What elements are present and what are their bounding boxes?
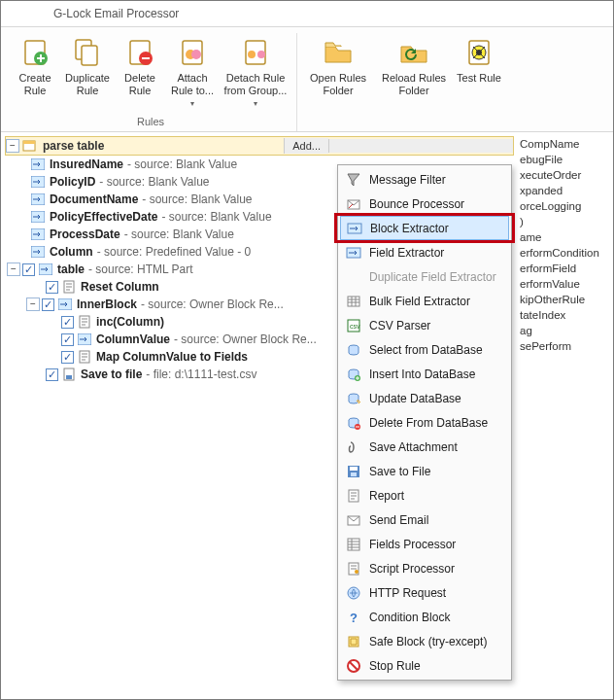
menu-item-save-attachment[interactable]: Save Attachment [340, 435, 509, 459]
menu-item-http-request[interactable]: HTTP Request [340, 580, 509, 605]
folder-reload-icon [398, 37, 429, 68]
property-row[interactable]: CompName [520, 136, 611, 152]
save-file-icon [61, 368, 77, 381]
menu-item-icon [344, 560, 363, 578]
test-rule-button[interactable]: Test Rule [453, 33, 505, 101]
property-row[interactable]: sePerform [520, 338, 611, 354]
dropdown-caret-icon: ▾ [254, 97, 257, 110]
menu-item-block-extractor[interactable]: Block Extractor [340, 216, 509, 240]
svg-text:csv: csv [350, 323, 360, 330]
menu-item-message-filter[interactable]: Message Filter [340, 167, 509, 192]
reload-rules-folder-button[interactable]: Reload Rules Folder [375, 33, 453, 101]
checkbox-icon[interactable]: ✓ [46, 368, 58, 381]
menu-item-send-email[interactable]: Send Email [340, 508, 509, 532]
menu-item-label: CSV Parser [369, 319, 430, 332]
property-row[interactable]: ebugFile [520, 152, 611, 167]
menu-item-label: Bounce Processor [369, 197, 464, 211]
menu-item-bulk-field-extractor[interactable]: Bulk Field Extractor [340, 289, 509, 313]
collapse-icon[interactable]: − [6, 139, 19, 153]
property-row[interactable]: xecuteOrder [520, 167, 611, 183]
checkbox-icon[interactable]: ✓ [61, 351, 74, 364]
menu-item-label: Condition Block [369, 611, 450, 624]
menu-item-csv-parser[interactable]: csvCSV Parser [340, 313, 509, 337]
menu-item-safe-block-try-except-[interactable]: Safe Block (try-except) [340, 629, 509, 653]
menu-item-label: Fields Processor [369, 538, 456, 551]
menu-item-label: Save to File [369, 465, 430, 478]
tree-root-row[interactable]: − parse table Add... [5, 136, 514, 156]
checkbox-icon[interactable]: ✓ [61, 333, 74, 346]
ribbon-toolbar: Create Rule Duplicate Rule Delete Rule A… [1, 26, 613, 132]
menu-item-label: Stop Rule [369, 659, 421, 673]
menu-item-icon [344, 463, 363, 480]
svg-rect-16 [23, 141, 35, 144]
property-row[interactable]: erformValue [520, 276, 611, 292]
add-node-button[interactable]: Add... [284, 138, 328, 154]
menu-item-delete-from-database[interactable]: Delete From DataBase [340, 410, 509, 435]
menu-item-icon [344, 195, 363, 213]
checkbox-icon[interactable]: ✓ [42, 298, 54, 311]
ribbon-group-folder: Open Rules Folder Reload Rules Folder Te… [297, 33, 509, 131]
collapse-icon[interactable]: − [7, 262, 20, 276]
toolbar-trail [328, 139, 513, 153]
menu-item-label: Message Filter [369, 173, 446, 187]
menu-item-icon [344, 438, 363, 456]
script-icon [61, 280, 77, 294]
menu-item-bounce-processor[interactable]: Bounce Processor [340, 192, 509, 216]
menu-item-icon [344, 584, 363, 602]
ribbon-group-rules: Create Rule Duplicate Rule Delete Rule A… [5, 33, 297, 131]
checkbox-icon[interactable]: ✓ [61, 316, 74, 329]
menu-item-label: Save Attachment [369, 440, 458, 454]
menu-item-insert-into-database[interactable]: Insert Into DataBase [340, 362, 509, 386]
menu-item-save-to-file[interactable]: Save to File [340, 459, 509, 483]
menu-item-stop-rule[interactable]: Stop Rule [340, 653, 509, 678]
attach-rule-icon [177, 37, 208, 68]
collapse-icon[interactable]: − [26, 298, 40, 311]
delete-rule-button[interactable]: Delete Rule [114, 33, 166, 114]
svg-point-11 [257, 51, 265, 58]
root-name: parse table [41, 139, 284, 153]
menu-item-update-database[interactable]: Update DataBase [340, 386, 509, 410]
menu-item-condition-block[interactable]: ?Condition Block [340, 605, 509, 629]
menu-item-label: Field Extractor [369, 246, 444, 260]
open-rules-folder-button[interactable]: Open Rules Folder [301, 33, 375, 101]
rule-root-icon [21, 139, 37, 153]
field-extractor-icon [30, 175, 46, 189]
property-row[interactable]: xpanded [520, 183, 611, 198]
checkbox-icon[interactable]: ✓ [22, 263, 35, 276]
dropdown-caret-icon: ▾ [190, 97, 194, 110]
menu-item-icon [344, 244, 363, 262]
attach-rule-button[interactable]: Attach Rule to... ▾ [166, 33, 219, 114]
menu-item-select-from-database[interactable]: Select from DataBase [340, 337, 509, 362]
property-row[interactable]: ag [520, 323, 611, 338]
field-extractor-icon [30, 210, 46, 224]
property-row[interactable]: erformCondition [520, 245, 611, 261]
duplicate-rule-button[interactable]: Duplicate Rule [61, 33, 114, 114]
property-row[interactable]: tateIndex [520, 307, 611, 323]
menu-item-fields-processor[interactable]: Fields Processor [340, 532, 509, 556]
property-row[interactable]: ) [520, 214, 611, 229]
detach-rule-button[interactable]: Detach Rule from Group... ▾ [219, 33, 292, 114]
svg-rect-3 [82, 46, 97, 65]
menu-item-icon [344, 390, 363, 407]
property-row[interactable]: orceLogging [520, 198, 611, 214]
menu-item-script-processor[interactable]: Script Processor [340, 556, 509, 580]
menu-item-label: Safe Block (try-except) [369, 635, 487, 648]
create-rule-button[interactable]: Create Rule [9, 33, 61, 114]
menu-item-icon [344, 268, 363, 286]
property-row[interactable]: ame [520, 229, 611, 245]
checkbox-icon[interactable]: ✓ [46, 281, 58, 294]
add-rule-popup-menu: Message FilterBounce ProcessorBlock Extr… [337, 164, 512, 681]
menu-item-icon [344, 633, 363, 650]
menu-item-icon [344, 293, 363, 310]
menu-item-field-extractor[interactable]: Field Extractor [340, 240, 509, 264]
menu-item-icon [344, 511, 363, 529]
menu-item-label: Block Extractor [370, 222, 449, 235]
property-row[interactable]: kipOtherRule [520, 292, 611, 307]
menu-item-label: Duplicate Field Extractor [369, 270, 496, 284]
menu-item-report[interactable]: Report [340, 483, 509, 508]
field-extractor-icon [30, 245, 46, 259]
detach-rule-icon [240, 37, 271, 68]
svg-rect-45 [351, 472, 357, 476]
property-row[interactable]: erformField [520, 261, 611, 276]
menu-item-label: Update DataBase [369, 392, 461, 405]
